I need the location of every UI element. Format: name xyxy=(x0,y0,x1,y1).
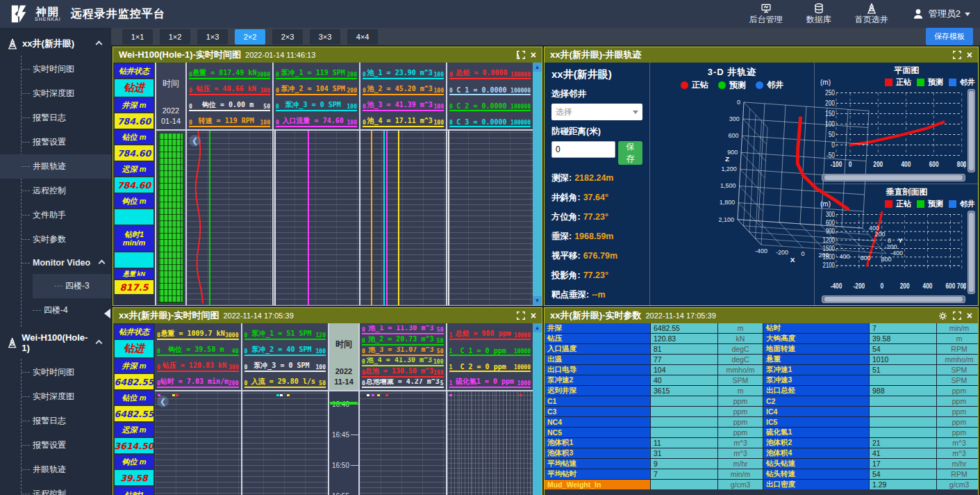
vertical-scrollbar[interactable] xyxy=(967,89,975,172)
sidebar-item-label: 报警日志 xyxy=(33,112,66,124)
sidebar-item-实时时间图[interactable]: 实时时间图 xyxy=(22,360,111,384)
tree-connector xyxy=(22,445,30,446)
close-icon[interactable]: × xyxy=(967,311,972,320)
nav-item-home[interactable]: 首页选井 xyxy=(855,3,888,26)
panel-realtime-chart-xx: xx井(新井眼)-实时时间图 2022-11-14 17:05:39 × 钻井状… xyxy=(113,307,542,495)
gear-icon[interactable] xyxy=(938,311,947,320)
sidebar-item-报警设置[interactable]: 报警设置 xyxy=(22,433,111,457)
scroll-left-button[interactable]: ❮ xyxy=(157,396,169,407)
horizontal-scrollbar[interactable] xyxy=(822,295,965,303)
expand-icon[interactable] xyxy=(953,51,961,59)
sidebar-item-报警设置[interactable]: 报警设置 xyxy=(22,130,111,154)
chart-scrollbar[interactable]: ▲ ▼ xyxy=(533,63,542,305)
sidebar-item-井眼轨迹[interactable]: 井眼轨迹 xyxy=(22,457,111,482)
sidebar-collapse-handle[interactable] xyxy=(104,309,110,318)
nav-item-backend[interactable]: 后台管理 xyxy=(749,3,783,26)
save-template-button[interactable]: 保存模板 xyxy=(926,28,973,45)
layout-button-2×3[interactable]: 2×3 xyxy=(272,29,303,44)
sidebar-item-报警日志[interactable]: 报警日志 xyxy=(22,106,111,130)
chevron-up-icon xyxy=(99,259,106,266)
sidebar-item-四楼-3[interactable]: 四楼-3 xyxy=(33,274,111,298)
scroll-down-icon[interactable]: ▼ xyxy=(533,296,542,305)
curve-legend: 0转速 = 119 RPM100 xyxy=(189,113,270,127)
offset-well-select[interactable]: 选择 xyxy=(551,104,642,120)
sensor-column: 钻井状态钻进井深 m784.60钻位 m784.60迟深 m784.60钩位 m… xyxy=(113,63,155,305)
layout-button-4×4[interactable]: 4×4 xyxy=(347,29,378,44)
layout-button-2×2[interactable]: 2×2 xyxy=(235,29,265,44)
stat-value: 2182.24m xyxy=(574,173,613,183)
sidebar-item-报警日志[interactable]: 报警日志 xyxy=(22,409,111,433)
nav-item-database[interactable]: 数据库 xyxy=(806,3,831,26)
curve-legend: 0C_2 = 0.0000100000 xyxy=(449,97,531,111)
distance-input[interactable] xyxy=(551,141,615,158)
sidebar-item-远程控制[interactable]: 远程控制 xyxy=(22,482,111,495)
sidebar-item-井眼轨迹[interactable]: 井眼轨迹 xyxy=(0,154,111,179)
close-icon[interactable]: × xyxy=(531,50,536,60)
param-value: 54 xyxy=(870,344,936,354)
stat-label: 视平移: xyxy=(551,251,581,261)
data-dot xyxy=(385,394,388,396)
time-tick-label: 16:50 xyxy=(332,461,349,469)
param-unit: mmho/m xyxy=(718,365,763,375)
track-legends: 0悬重 = 817.49 kN30000钻压 = 40.66 kN3000钩位 … xyxy=(187,63,272,131)
well-label: xx井(新井眼) xyxy=(22,38,74,50)
sidebar-item-文件助手[interactable]: 文件助手 xyxy=(22,203,111,227)
sidebar-item-实时深度图[interactable]: 实时深度图 xyxy=(22,384,111,409)
scroll-up-icon[interactable]: ▲ xyxy=(533,323,542,332)
track-plot xyxy=(447,131,533,305)
panel-well-trajectory: xx井(新井眼)-井眼轨迹 × xx井(新井眼) 选择邻井 选择 xyxy=(544,47,979,306)
param-label: IC5 xyxy=(763,417,869,427)
param-unit: ppm xyxy=(937,386,979,396)
param-value: 39.58 xyxy=(870,334,936,343)
param-unit: ppm xyxy=(718,417,763,427)
svg-text:-400: -400 xyxy=(755,248,767,254)
data-dot xyxy=(367,394,369,396)
sidebar-item-实时时间图[interactable]: 实时时间图 xyxy=(22,57,111,81)
track-plot: ❮ xyxy=(187,131,272,305)
nav-label: 数据库 xyxy=(806,15,831,26)
layout-button-3×3[interactable]: 3×3 xyxy=(310,29,340,44)
layout-button-1×1[interactable]: 1×1 xyxy=(122,29,153,44)
expand-icon[interactable] xyxy=(517,51,525,59)
sensor-value: 784.60 xyxy=(115,177,153,193)
scroll-up-icon[interactable]: ▲ xyxy=(533,63,542,72)
database-icon xyxy=(813,3,824,14)
sensor-label: 钩位 m xyxy=(115,455,153,469)
expand-icon[interactable] xyxy=(953,311,961,320)
param-value: 1.29 xyxy=(870,480,936,489)
sidebar-item-四楼-4[interactable]: 四楼-4 xyxy=(33,298,111,323)
sensor-value: 钻进 xyxy=(115,79,153,97)
expand-icon[interactable] xyxy=(517,311,525,320)
vertical-scrollbar[interactable] xyxy=(967,211,975,294)
sidebar-item-实时参数[interactable]: 实时参数 xyxy=(22,227,111,252)
sidebar-well-xx井(新井眼)[interactable]: xx井(新井眼) xyxy=(0,32,111,56)
chart-scrollbar[interactable]: ▲ ▼ xyxy=(533,323,542,495)
param-unit: ppm xyxy=(718,407,763,416)
svg-text:Z: Z xyxy=(725,155,729,163)
layout-button-1×3[interactable]: 1×3 xyxy=(197,29,228,44)
horizontal-scrollbar[interactable] xyxy=(822,174,965,181)
time-date: 202211-14 xyxy=(334,366,354,387)
save-distance-button[interactable]: 保存 xyxy=(618,141,642,165)
param-label: 钻压 xyxy=(545,334,650,343)
param-value: 17 xyxy=(870,459,936,469)
close-icon[interactable]: × xyxy=(531,311,536,320)
sidebar-item-远程控制[interactable]: 远程控制 xyxy=(22,179,111,203)
trajectory-stat: 测深:2182.24m xyxy=(551,172,642,184)
close-icon[interactable]: × xyxy=(967,50,972,60)
layout-button-1×2[interactable]: 1×2 xyxy=(160,29,190,44)
curve-legend: 0钩位 = 39.58 m40 xyxy=(157,341,239,356)
param-unit: m xyxy=(718,386,763,396)
tree-connector xyxy=(22,190,30,191)
legend-label: 邻井 xyxy=(960,199,975,209)
sensor-value xyxy=(115,252,153,268)
sidebar-item-Monitor Video[interactable]: Monitor Video xyxy=(22,252,111,274)
sensor-label: 钻井状态 xyxy=(115,325,153,339)
user-menu[interactable]: 管理员2 xyxy=(912,8,970,20)
sidebar-well-Wei-H100(Hole-1)[interactable]: Wei-H100(Hole-1) xyxy=(0,327,111,359)
param-unit: m xyxy=(718,323,763,333)
scroll-left-button[interactable]: ❮ xyxy=(189,135,201,147)
panel-title: Wei-H100(Hole-1)-实时时间图 xyxy=(119,49,241,61)
sidebar-item-实时深度图[interactable]: 实时深度图 xyxy=(22,81,111,106)
param-value: 120.83 xyxy=(651,334,717,343)
